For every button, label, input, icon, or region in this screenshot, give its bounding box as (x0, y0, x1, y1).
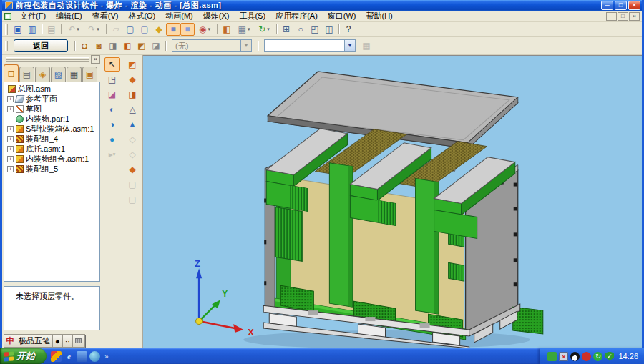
menu-item[interactable]: 查看(V) (87, 10, 124, 22)
help-select-button[interactable]: ? (341, 23, 356, 36)
explode-options-button[interactable]: ◆ (125, 162, 140, 177)
tree-expander-icon[interactable] (7, 166, 14, 172)
sep-6[interactable] (336, 23, 341, 34)
explode-auto-button[interactable]: ◩ (125, 57, 140, 72)
select-sheet-button[interactable]: ▱ (109, 23, 123, 36)
menu-item[interactable]: 编辑(E) (51, 10, 87, 22)
shaded-view-button[interactable]: ■ (166, 23, 180, 36)
save-as-button[interactable]: ▥ (25, 23, 39, 36)
tree-item[interactable]: 底托.asm:1 (4, 144, 99, 154)
select-arrow-button[interactable]: ↖ (104, 57, 120, 72)
tree-expander-icon[interactable] (7, 156, 14, 162)
restore-button[interactable]: □ (615, 1, 627, 10)
tree-expander-icon[interactable] (7, 126, 14, 132)
menu-item[interactable]: 帮助(H) (361, 10, 398, 22)
fit-view-button[interactable]: ◰ (308, 23, 322, 36)
tab-family[interactable]: ◈ (35, 67, 50, 82)
menu-item[interactable]: 应用程序(A) (270, 10, 323, 22)
tab-layers[interactable]: ▨ (51, 67, 66, 82)
pan-button[interactable]: ◫ (322, 23, 336, 36)
zoom-area-button[interactable]: ⊞ (279, 23, 293, 36)
measure-button[interactable]: ◳ (104, 72, 120, 87)
collapse-button[interactable]: ◇ (125, 132, 140, 147)
tree-item[interactable]: 装配组_5 (4, 164, 99, 174)
save-button[interactable]: ▣ (11, 23, 25, 36)
wireframe-view-button[interactable]: ▢ (123, 23, 137, 36)
tree-item[interactable]: 内装物.par:1 (4, 114, 99, 124)
mdi-close-button[interactable]: × (629, 12, 640, 21)
tab-windows[interactable]: ▦ (67, 67, 82, 82)
ime-language-button[interactable]: 中 (4, 335, 16, 347)
explode-tool-6[interactable]: ◪ (149, 39, 163, 52)
hidden-edge-view-button[interactable]: ▢ (137, 23, 152, 36)
ungroup-button[interactable]: ▢ (125, 192, 140, 207)
sep-5[interactable] (274, 23, 279, 34)
render-refresh-button[interactable]: ↻ (254, 23, 274, 36)
print-button[interactable]: ▤ (44, 23, 59, 36)
minimize-button[interactable]: ─ (601, 1, 613, 10)
sep-2[interactable] (59, 23, 64, 34)
tree-expander-icon[interactable] (7, 106, 14, 112)
quicklaunch-app-icon[interactable] (77, 351, 87, 362)
tab-info[interactable]: ▣ (82, 67, 97, 82)
sep-4[interactable] (215, 23, 220, 34)
menu-item[interactable]: 窗口(W) (323, 10, 361, 22)
toolbar-grip-2[interactable] (5, 41, 8, 51)
move-part-button[interactable]: ◨ (125, 87, 140, 102)
zoom-button[interactable]: ○ (293, 23, 308, 36)
menu-item[interactable]: 动画(M) (160, 10, 198, 22)
tree-expander-icon[interactable] (7, 136, 14, 142)
qq-icon[interactable] (570, 352, 580, 361)
configuration-combo[interactable]: ▼ (264, 39, 356, 52)
panel-grab-bar[interactable]: × (2, 55, 102, 64)
tree-item[interactable]: 内装物组合.asm:1 (4, 154, 99, 164)
explode-tool-3[interactable]: ◨ (106, 39, 120, 52)
tab-library[interactable]: ▤ (19, 67, 34, 82)
close-button[interactable]: × (628, 1, 640, 10)
ime-punctuation-button[interactable]: ·· (63, 335, 73, 347)
quicklaunch-media-icon[interactable] (51, 351, 62, 362)
tab-assembly-tree[interactable]: ⊟ (4, 64, 19, 82)
sep-1[interactable] (39, 23, 44, 34)
tree-expander-icon[interactable] (7, 146, 14, 152)
tree-item[interactable]: 参考平面 (4, 94, 99, 104)
redo-button[interactable]: ↷ (84, 23, 104, 36)
explode-tool-5[interactable]: ◩ (135, 39, 149, 52)
antivirus-shield-icon[interactable]: ✓ (605, 352, 614, 361)
select-group-button[interactable]: ▢ (125, 177, 140, 192)
tree-item[interactable]: 草图 (4, 104, 99, 114)
sep-3[interactable] (104, 23, 109, 34)
display-config-button[interactable]: ▦ (234, 23, 254, 36)
part-display-button[interactable]: ◆ (152, 23, 166, 36)
panel-close-button[interactable]: × (91, 55, 100, 64)
ime-keyboard-button[interactable] (73, 335, 84, 347)
render-sphere-button[interactable]: ● (104, 132, 120, 147)
security-alert-icon[interactable] (582, 352, 591, 361)
viewport[interactable]: Z Y X (143, 55, 642, 348)
mdi-restore-button[interactable]: □ (618, 12, 628, 21)
menu-item[interactable]: 文件(F) (15, 10, 51, 22)
tree-item[interactable]: S型快装箱体.asm:1 (4, 124, 99, 134)
menu-item[interactable]: 爆炸(X) (198, 10, 235, 22)
explode-config-button[interactable]: ◧ (220, 23, 234, 36)
erase-button[interactable]: ◪ (104, 87, 120, 102)
shaded-edges-view-button[interactable]: ■ (180, 23, 195, 36)
tree-expander-icon[interactable] (7, 96, 14, 102)
explode-tool-4[interactable]: ◧ (120, 39, 135, 52)
color-manager-button[interactable]: ◉ (195, 23, 215, 36)
explode-tool-1[interactable]: ◘ (77, 39, 92, 52)
quicklaunch-globe-icon[interactable] (89, 351, 100, 362)
ime-fullwidth-button[interactable]: ● (53, 335, 63, 347)
shaded-sphere-button[interactable]: ◑ (104, 117, 120, 132)
tree-item[interactable]: 总图.asm (4, 84, 99, 94)
im-status-icon[interactable] (547, 352, 557, 361)
network-offline-icon[interactable]: × (559, 352, 568, 361)
combo-arrow-icon[interactable]: ▼ (344, 40, 355, 51)
mdi-minimize-button[interactable]: ─ (606, 12, 617, 21)
ime-name-button[interactable]: 极品五笔 (16, 335, 53, 347)
more-tools-button[interactable]: ▸ (104, 147, 120, 162)
menu-item[interactable]: 工具(S) (234, 10, 270, 22)
menu-item[interactable]: 格式(O) (123, 10, 160, 22)
explode-manual-button[interactable]: ◆ (125, 72, 140, 87)
bind-button[interactable]: ◇ (125, 147, 140, 162)
